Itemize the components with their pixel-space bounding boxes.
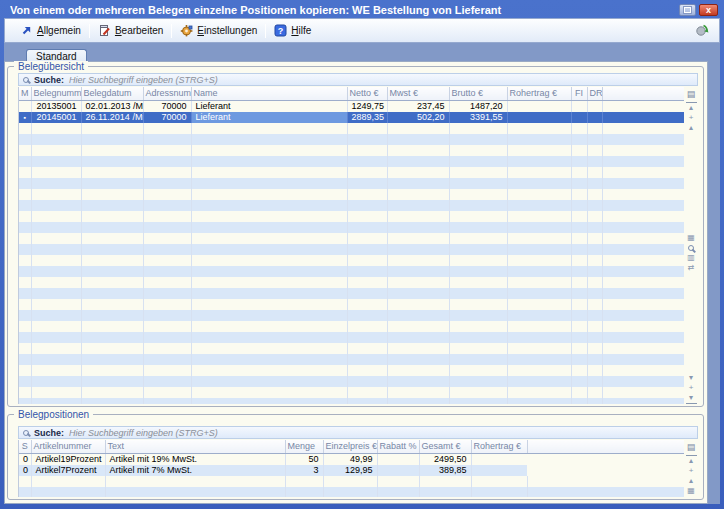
row-up-icon[interactable]: ▴ [686, 476, 697, 486]
column-header[interactable]: FI [571, 87, 587, 100]
column-header[interactable]: Belegnumme [31, 87, 81, 100]
table-cell [471, 453, 527, 465]
column-header[interactable] [602, 87, 684, 100]
table-cell: 0 [19, 465, 31, 476]
table-cell: 20145001 [31, 112, 81, 123]
table-cell: 3 [285, 465, 323, 476]
scroll-last-icon[interactable]: ▾ [686, 393, 697, 404]
menu-bearbeiten[interactable]: Bearbeiten [91, 22, 170, 39]
close-button[interactable]: x [699, 4, 718, 16]
empty-row [19, 487, 684, 498]
list-view-icon[interactable]: ▥ [686, 253, 697, 263]
table-cell: 0 [19, 453, 31, 465]
column-header[interactable]: Menge [285, 440, 323, 453]
toolbar-separator [265, 24, 266, 38]
column-chooser-icon[interactable]: ▤ [686, 88, 697, 100]
table-cell [571, 112, 587, 123]
column-header[interactable]: Netto € [347, 87, 387, 100]
table-cell [377, 453, 419, 465]
table-cell: 70000 [143, 100, 191, 112]
positionen-table: SArtikelnummerTextMengeEinzelpreis €Raba… [18, 440, 684, 497]
groupbox-belegpositionen: Belegpositionen Suche: Hier Suchbegriff … [7, 414, 704, 500]
table-row[interactable]: ▪2014500126.11.2014 /Mi70000Lieferant288… [19, 112, 684, 123]
empty-row [19, 123, 684, 134]
table-cell: Lieferant [191, 100, 347, 112]
empty-row [19, 288, 684, 299]
restore-button[interactable] [679, 4, 696, 16]
menu-hilfe[interactable]: ? Hilfe [267, 22, 318, 39]
column-header[interactable]: DR [587, 87, 602, 100]
empty-row [19, 321, 684, 332]
titlebar: Von einem oder mehreren Belegen einzelne… [4, 2, 720, 18]
column-header[interactable]: Artikelnummer [31, 440, 105, 453]
column-header[interactable]: Mwst € [387, 87, 449, 100]
table-row[interactable]: 0Artikel7ProzentArtikel mit 7% MwSt.3129… [19, 465, 684, 476]
zoom-icon[interactable] [688, 245, 694, 251]
table-cell: Artikel mit 19% MwSt. [105, 453, 285, 465]
scroll-first-icon[interactable]: ▴ [686, 102, 697, 113]
table-row[interactable]: 2013500102.01.2013 /Mi70000Lieferant1249… [19, 100, 684, 112]
table-cell: Artikel19Prozent [31, 453, 105, 465]
groupbox-label: Belegpositionen [14, 409, 93, 420]
column-header[interactable]: Rohertrag € [507, 87, 571, 100]
search-field-belege[interactable]: Suche: Hier Suchbegriff eingeben (STRG+S… [18, 73, 698, 86]
grid-view-icon[interactable]: ▦ [686, 486, 697, 496]
column-header[interactable]: Rohertrag € [471, 440, 527, 453]
list-view-icon[interactable]: ▥ [686, 496, 697, 497]
empty-row [19, 332, 684, 343]
column-header[interactable]: Name [191, 87, 347, 100]
column-header[interactable]: Gesamt € [419, 440, 471, 453]
toolbar-separator [171, 24, 172, 38]
menu-allgemein[interactable]: Allgemein [13, 22, 88, 39]
table-cell: 50 [285, 453, 323, 465]
table-cell [602, 112, 684, 123]
table-cell: 1249,75 [347, 100, 387, 112]
table-cell [377, 465, 419, 476]
column-header[interactable]: Rabatt % [377, 440, 419, 453]
add-row-icon[interactable]: + [686, 113, 697, 123]
empty-row [19, 277, 684, 288]
empty-row [19, 387, 684, 398]
empty-row [19, 134, 684, 145]
column-header[interactable] [527, 440, 684, 453]
empty-row [19, 233, 684, 244]
column-header[interactable]: Belegdatum [81, 87, 143, 100]
column-header[interactable]: Brutto € [449, 87, 507, 100]
add-row-icon[interactable]: + [686, 466, 697, 476]
add-row-icon[interactable]: + [686, 383, 697, 393]
menu-einstellungen[interactable]: Einstellungen [173, 22, 264, 39]
empty-row [19, 211, 684, 222]
edit-icon [98, 24, 111, 37]
empty-row [19, 476, 684, 487]
table-row[interactable]: 0Artikel19ProzentArtikel mit 19% MwSt.50… [19, 453, 684, 465]
row-up-icon[interactable]: ▴ [686, 123, 697, 133]
column-header[interactable]: Text [105, 440, 285, 453]
grid-view-icon[interactable]: ▦ [686, 233, 697, 243]
swap-icon[interactable]: ⇄ [686, 263, 697, 273]
search-label: Suche: [34, 75, 64, 85]
column-header[interactable]: S [19, 440, 31, 453]
search-field-positionen[interactable]: Suche: Hier Suchbegriff eingeben (STRG+S… [18, 426, 698, 439]
search-icon [23, 430, 29, 436]
table-cell: Artikel7Prozent [31, 465, 105, 476]
menu-label-einstellungen: Einstellungen [197, 25, 257, 36]
table-cell: 20135001 [31, 100, 81, 112]
scroll-first-icon[interactable]: ▴ [686, 455, 697, 466]
table-cell: 2889,35 [347, 112, 387, 123]
row-down-icon[interactable]: ▾ [686, 373, 697, 383]
column-chooser-icon[interactable]: ▤ [686, 441, 697, 453]
empty-row [19, 310, 684, 321]
groupbox-label: Belegübersicht [14, 61, 88, 72]
table-cell [587, 100, 602, 112]
refresh-icon[interactable] [694, 23, 709, 38]
column-header[interactable]: M [19, 87, 31, 100]
column-header[interactable]: Adressnumm [143, 87, 191, 100]
empty-row [19, 376, 684, 387]
menu-label-hilfe: Hilfe [291, 25, 311, 36]
search-placeholder: Hier Suchbegriff eingeben (STRG+S) [69, 75, 218, 85]
empty-row [19, 244, 684, 255]
empty-row [19, 255, 684, 266]
table-cell: Artikel mit 7% MwSt. [105, 465, 285, 476]
table-cell: 2499,50 [419, 453, 471, 465]
column-header[interactable]: Einzelpreis € [323, 440, 377, 453]
